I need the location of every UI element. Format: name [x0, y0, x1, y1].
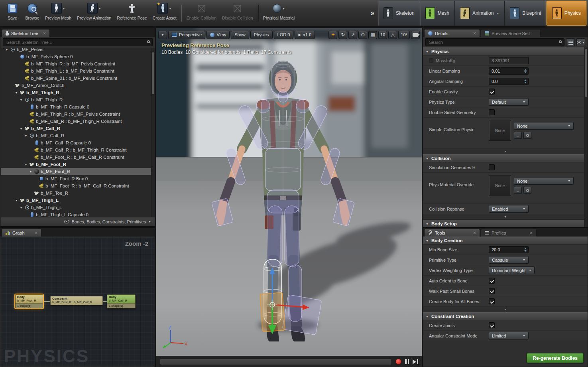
graph-node-body-foot[interactable]: Body b_MF_Foot_R 1 shape(s): [15, 294, 43, 308]
physics-type-dropdown[interactable]: Default▼: [489, 98, 529, 106]
scale-tool-button[interactable]: ↗: [348, 31, 357, 39]
preview-animation-button[interactable]: ▼ Preview Animation: [74, 1, 114, 26]
collision-response-dropdown[interactable]: Enabled▼: [489, 205, 529, 213]
tree-row[interactable]: ▼b_MF_Thigh_L: [1, 197, 155, 204]
browse-button[interactable]: Browse: [22, 1, 42, 26]
tree-row[interactable]: ▼b_MF_Thigh_R: [1, 96, 155, 103]
tree-row[interactable]: ▼b_MF_Foot_R: [1, 161, 155, 168]
tree-row[interactable]: ▼b_MF_Thigh_R: [1, 89, 155, 96]
tree-row[interactable]: b_MF_Thigh_L Capsule 0: [1, 211, 155, 217]
section-physics[interactable]: ▼ Physics: [423, 47, 588, 55]
expand-arrow-icon[interactable]: ▼: [19, 99, 23, 101]
record-button[interactable]: [395, 359, 401, 365]
advanced-expander[interactable]: ▼: [423, 307, 588, 312]
tree-scrollbar-thumb[interactable]: [152, 52, 154, 94]
close-icon[interactable]: ×: [530, 231, 533, 235]
expand-arrow-icon[interactable]: ▼: [19, 206, 23, 209]
camera-speed-button[interactable]: [411, 31, 420, 39]
reference-pose-button[interactable]: Reference Pose: [114, 1, 149, 26]
tree-row-selected[interactable]: ▼b_MF_Foot_R: [1, 168, 155, 175]
skeleton-tree[interactable]: ▼b_MF_Pelvis b_MF_Pelvis Sphere 0 b_MF_T…: [1, 48, 155, 217]
tree-row[interactable]: b_MF_Spine_01 : b_MF_Pelvis Constraint: [1, 75, 155, 82]
details-search-input[interactable]: [425, 38, 564, 46]
timeline-scrubber[interactable]: [160, 359, 392, 365]
linear-damping-input[interactable]: 0.01: [489, 67, 529, 75]
save-button[interactable]: Save: [2, 1, 22, 26]
preview-mesh-button[interactable]: ▼ Preview Mesh: [42, 1, 74, 26]
tree-row[interactable]: b_MF_Toe_R: [1, 189, 155, 197]
expand-arrow-icon[interactable]: ▼: [14, 199, 18, 202]
spinner-icon[interactable]: [524, 69, 527, 73]
walk-past-checkbox[interactable]: [489, 288, 495, 294]
double-sided-checkbox[interactable]: [489, 109, 495, 115]
close-icon[interactable]: ×: [43, 31, 46, 36]
tab-tools[interactable]: Tools ×: [424, 229, 480, 237]
tree-row[interactable]: b_MF_Calf_R : b_MF_Thigh_R Constraint: [1, 146, 155, 154]
show-button[interactable]: Show: [231, 31, 249, 39]
details-scrollbar[interactable]: [584, 47, 588, 227]
physics-menu-button[interactable]: Physics: [250, 31, 273, 39]
tab-details[interactable]: Details ×: [424, 29, 480, 37]
tree-scrollbar[interactable]: [151, 48, 155, 217]
tree-row[interactable]: ▼b_MF_Thigh_L: [1, 204, 155, 211]
vertex-weighting-dropdown[interactable]: Dominant Weight▼: [489, 266, 535, 274]
pause-button[interactable]: [405, 359, 409, 364]
mode-physics[interactable]: Physics: [547, 1, 586, 26]
chevron-down-icon[interactable]: ▼: [282, 7, 285, 10]
enable-gravity-checkbox[interactable]: [489, 89, 495, 95]
advanced-expander[interactable]: ▼: [423, 149, 588, 154]
tree-row[interactable]: b_MF_Pelvis Sphere 0: [1, 53, 155, 60]
details-scrollbar-thumb[interactable]: [585, 49, 587, 97]
grid-snap-toggle[interactable]: ▦: [368, 31, 377, 39]
graph-node-body-calf[interactable]: Body b_MF_Calf_R 1 shape(s): [107, 294, 136, 308]
lod-button[interactable]: LOD 0: [274, 31, 294, 39]
tab-profiles[interactable]: Profiles ×: [481, 229, 537, 237]
simple-collision-thumbnail[interactable]: None: [489, 120, 511, 141]
close-icon[interactable]: ×: [473, 31, 476, 36]
min-bone-size-input[interactable]: 20.0: [489, 246, 529, 253]
phys-material-thumbnail[interactable]: None: [489, 175, 511, 196]
section-body-creation[interactable]: ▼ Body Creation: [423, 237, 588, 245]
chevron-down-icon[interactable]: ▼: [98, 7, 101, 10]
expand-arrow-icon[interactable]: ▼: [5, 48, 9, 51]
create-asset-button[interactable]: ★ ▼ Create Asset: [150, 1, 179, 26]
tab-skeleton-tree[interactable]: Skeleton Tree ×: [2, 29, 50, 37]
chevron-down-icon[interactable]: ▼: [496, 12, 499, 15]
tree-row[interactable]: ▼b_MF_Calf_R: [1, 132, 155, 139]
grid-snap-value-button[interactable]: 10: [378, 31, 387, 39]
edit-condition-checkbox[interactable]: [429, 58, 433, 63]
tree-row[interactable]: b_MF_Thigh_L : b_MF_Pelvis Constraint: [1, 67, 155, 75]
simple-collision-dropdown[interactable]: None▼: [514, 122, 574, 130]
close-icon[interactable]: ×: [473, 231, 476, 235]
expand-arrow-icon[interactable]: ▼: [29, 170, 33, 173]
mode-mesh[interactable]: Mesh: [420, 1, 454, 26]
create-body-checkbox[interactable]: [489, 298, 495, 304]
spinner-icon[interactable]: [524, 79, 527, 83]
phys-material-dropdown[interactable]: None▼: [514, 177, 574, 185]
tree-row[interactable]: b_MF_Calf_R Capsule 0: [1, 139, 155, 146]
tree-row[interactable]: ▼b_MF_Calf_R: [1, 125, 155, 132]
tree-row[interactable]: b_MF_Armor_Crotch: [1, 82, 155, 89]
overflow-chevron-icon[interactable]: »: [367, 1, 378, 26]
angular-damping-input[interactable]: 0.0: [489, 78, 529, 85]
tab-graph[interactable]: Graph ×: [2, 229, 41, 237]
viewport[interactable]: ▼ Perspective View Show Physics LOD 0 ▶x…: [156, 28, 422, 367]
tree-row[interactable]: b_MF_Foot_R : b_MF_Calf_R Constraint: [1, 182, 155, 189]
use-selected-asset-button[interactable]: ←: [514, 187, 522, 194]
enable-collision-button[interactable]: Enable Collision: [184, 1, 219, 26]
graph-node-constraint[interactable]: Constraint b_MF_Foot_R : b_MF_Calf_R: [50, 296, 103, 305]
angular-mode-dropdown[interactable]: Limited▼: [489, 332, 529, 339]
auto-orient-checkbox[interactable]: [489, 278, 495, 284]
mode-animation[interactable]: Animation ▼: [454, 1, 504, 26]
rotation-snap-value-button[interactable]: 10°: [398, 31, 410, 39]
rotation-snap-toggle[interactable]: △: [388, 31, 397, 39]
translate-tool-button[interactable]: +: [328, 31, 337, 39]
playback-speed-button[interactable]: ▶x1.0: [295, 31, 315, 39]
step-forward-button[interactable]: [413, 359, 418, 364]
expand-arrow-icon[interactable]: ▼: [19, 127, 23, 130]
create-joints-checkbox[interactable]: [489, 322, 495, 328]
world-local-toggle[interactable]: ⊕: [358, 31, 367, 39]
property-matrix-button[interactable]: [566, 38, 575, 46]
chevron-down-icon[interactable]: ▼: [63, 7, 65, 10]
tree-row[interactable]: ▼b_MF_Pelvis: [1, 48, 155, 53]
